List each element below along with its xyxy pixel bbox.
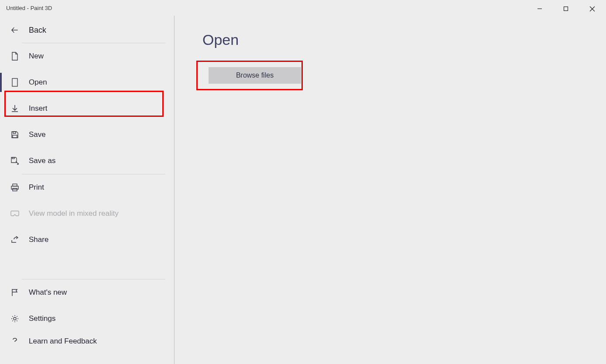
minimize-button[interactable] (533, 3, 547, 14)
browse-files-button[interactable]: Browse files (209, 67, 301, 84)
menu-label: Save (29, 130, 46, 139)
maximize-button[interactable] (559, 3, 573, 14)
menu-item-save-as[interactable]: Save as (0, 148, 174, 174)
svg-rect-5 (12, 78, 17, 86)
svg-rect-11 (13, 184, 17, 186)
svg-point-15 (14, 317, 16, 320)
svg-rect-9 (13, 135, 17, 138)
save-as-icon (10, 156, 19, 165)
maximize-icon (563, 6, 568, 11)
flag-icon (10, 288, 19, 297)
menu-item-mixed-reality: View model in mixed reality (0, 201, 174, 227)
menu-label: Open (29, 78, 47, 87)
share-icon (10, 235, 19, 244)
menu-label: New (29, 52, 44, 61)
svg-rect-10 (12, 157, 14, 159)
sidebar: Back New Open Insert Save Save as (0, 16, 175, 364)
menu-label: Learn and Feedback (29, 337, 97, 346)
back-button[interactable]: Back (0, 17, 174, 43)
menu-item-save[interactable]: Save (0, 122, 174, 148)
back-arrow-icon (10, 26, 19, 34)
menu-label: What's new (29, 288, 67, 297)
save-icon (10, 130, 19, 139)
print-icon (10, 183, 19, 192)
menu-item-learn-feedback[interactable]: Learn and Feedback (0, 332, 174, 351)
back-label: Back (29, 26, 46, 35)
svg-rect-13 (13, 188, 17, 191)
menu-item-print[interactable]: Print (0, 174, 174, 201)
menu-item-settings[interactable]: Settings (0, 306, 174, 332)
close-button[interactable] (585, 3, 599, 14)
window-controls (533, 0, 606, 14)
minimize-icon (537, 6, 542, 11)
close-icon (589, 6, 595, 12)
svg-rect-8 (13, 132, 16, 133)
menu-item-insert[interactable]: Insert (0, 95, 174, 122)
window-title: Untitled - Paint 3D (6, 5, 52, 11)
vr-headset-icon (10, 209, 19, 218)
gear-icon (10, 314, 19, 323)
insert-icon (10, 104, 19, 113)
page-heading: Open (202, 31, 606, 48)
menu-label: Settings (29, 314, 55, 323)
menu-item-open[interactable]: Open (0, 69, 174, 95)
main-panel: Open Browse files (175, 16, 606, 364)
menu-label: Insert (29, 104, 48, 113)
titlebar: Untitled - Paint 3D (0, 0, 606, 16)
document-icon (10, 52, 19, 61)
menu-label: Print (29, 183, 44, 192)
menu-label: Save as (29, 156, 55, 165)
menu-label: Share (29, 235, 48, 244)
menu-item-whats-new[interactable]: What's new (0, 279, 174, 306)
open-icon (10, 78, 19, 87)
menu-item-share[interactable]: Share (0, 227, 174, 253)
svg-rect-1 (564, 7, 568, 11)
menu-label: View model in mixed reality (29, 209, 119, 218)
help-icon (10, 337, 19, 346)
menu-item-new[interactable]: New (0, 43, 174, 69)
